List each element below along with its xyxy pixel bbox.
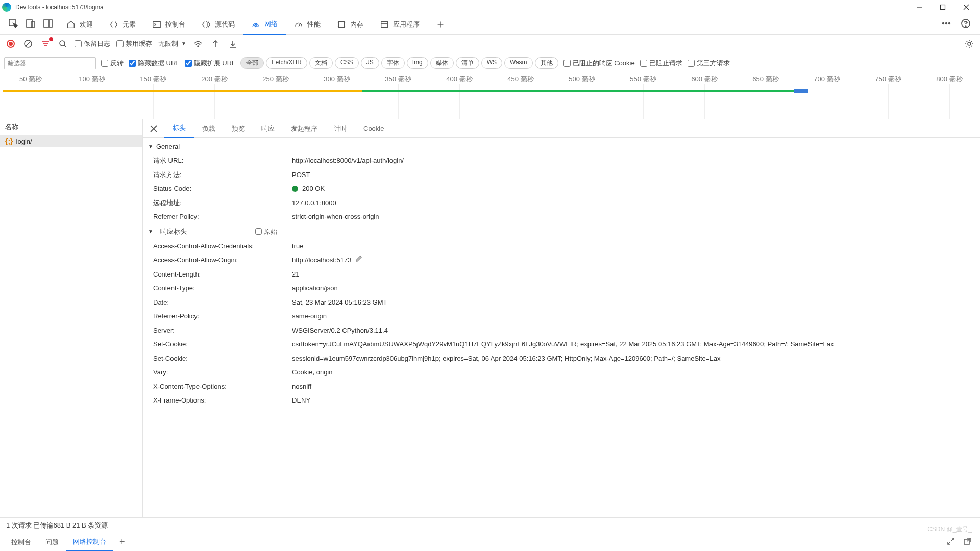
header-key: Referrer-Policy:	[153, 311, 292, 321]
pill-doc[interactable]: 文档	[309, 57, 333, 69]
header-key: Access-Control-Allow-Origin:	[153, 255, 292, 265]
svg-point-22	[946, 23, 947, 24]
detail-tab-preview[interactable]: 预览	[224, 119, 253, 138]
tab-add[interactable]	[428, 14, 453, 35]
settings-icon[interactable]	[964, 38, 975, 49]
invert-checkbox[interactable]: 反转	[101, 59, 124, 68]
third-party-checkbox[interactable]: 第三方请求	[688, 59, 730, 68]
section-general[interactable]: ▼General	[143, 140, 980, 154]
general-url-key: 请求 URL:	[153, 156, 292, 166]
header-value: csrftoken=yrJCuLmAYQAidimUSUWAXP5jWqdY29…	[292, 339, 980, 349]
panel-tabbar: 欢迎 元素 控制台 源代码 网络 性能 内存 应用程序	[0, 14, 980, 35]
pill-all[interactable]: 全部	[240, 57, 264, 69]
blocked-request-label: 已阻止请求	[649, 59, 682, 68]
timeline[interactable]: 50 毫秒100 毫秒150 毫秒200 毫秒250 毫秒300 毫秒350 毫…	[0, 73, 980, 119]
close-button[interactable]	[954, 0, 978, 14]
detail-tab-headers[interactable]: 标头	[164, 119, 194, 138]
tab-sources-label: 源代码	[215, 20, 235, 29]
svg-point-31	[60, 41, 65, 46]
tab-performance-label: 性能	[307, 20, 321, 29]
pill-font[interactable]: 字体	[381, 57, 405, 69]
tab-memory-label: 内存	[350, 20, 363, 29]
pill-js[interactable]: JS	[361, 57, 379, 69]
device-icon[interactable]	[26, 18, 36, 30]
blocked-cookie-checkbox[interactable]: 已阻止的响应 Cookie	[564, 59, 635, 68]
raw-checkbox[interactable]: 原始	[255, 227, 277, 236]
pill-other[interactable]: 其他	[535, 57, 558, 69]
detail-tabs: 标头 负载 预览 响应 发起程序 计时 Cookie	[143, 119, 980, 138]
disable-cache-checkbox[interactable]: 禁用缓存	[116, 39, 152, 48]
detail-tab-payload[interactable]: 负载	[194, 119, 224, 138]
detail-tab-response[interactable]: 响应	[253, 119, 283, 138]
hide-data-url-checkbox[interactable]: 隐藏数据 URL	[129, 59, 180, 68]
pill-wasm[interactable]: Wasm	[504, 57, 533, 69]
tab-performance[interactable]: 性能	[286, 14, 329, 35]
header-key: Vary:	[153, 367, 292, 378]
search-icon[interactable]	[57, 38, 68, 49]
filter-input[interactable]	[4, 57, 96, 69]
detail-tab-initiator[interactable]: 发起程序	[283, 119, 326, 138]
general-url-value: http://localhost:8000/v1/api-auth/login/	[292, 156, 980, 166]
upload-icon[interactable]	[210, 38, 221, 49]
general-method-key: 请求方法:	[153, 170, 292, 180]
request-item-login[interactable]: {;} login/	[0, 135, 142, 147]
watermark: CSDN @_壹号_	[927, 525, 972, 534]
general-method-value: POST	[292, 170, 980, 180]
wifi-icon[interactable]	[192, 38, 204, 49]
pill-img[interactable]: Img	[407, 57, 428, 69]
detail-tab-cookie[interactable]: Cookie	[355, 119, 392, 138]
blocked-request-checkbox[interactable]: 已阻止请求	[640, 59, 682, 68]
header-key: X-Content-Type-Options:	[153, 382, 292, 392]
svg-line-32	[64, 45, 66, 47]
minimize-button[interactable]	[908, 0, 931, 14]
pill-fetch[interactable]: Fetch/XHR	[266, 57, 307, 69]
tab-application[interactable]: 应用程序	[372, 14, 428, 35]
tab-console[interactable]: 控制台	[144, 14, 193, 35]
download-icon[interactable]	[227, 38, 238, 49]
timeline-end-bar	[794, 89, 808, 93]
header-value: same-origin	[292, 311, 980, 321]
drawer-tab-netconsole[interactable]: 网络控制台	[66, 533, 113, 552]
tab-elements[interactable]: 元素	[101, 14, 144, 35]
svg-point-37	[968, 42, 971, 45]
clear-button[interactable]	[22, 38, 34, 49]
drawer-tab-issues[interactable]: 问题	[38, 533, 66, 552]
close-detail-icon[interactable]	[147, 122, 160, 135]
maximize-button[interactable]	[931, 0, 954, 14]
tab-memory[interactable]: 内存	[329, 14, 372, 35]
tab-elements-label: 元素	[122, 20, 136, 29]
pill-ws[interactable]: WS	[481, 57, 502, 69]
edit-icon[interactable]	[355, 255, 362, 265]
section-response-headers[interactable]: ▼响应标头 原始	[143, 224, 980, 239]
preserve-log-label: 保留日志	[84, 39, 110, 48]
status-dot-icon	[292, 186, 298, 192]
header-key: Access-Control-Allow-Credentials:	[153, 241, 292, 252]
tab-console-label: 控制台	[165, 20, 185, 29]
third-party-label: 第三方请求	[697, 59, 730, 68]
inspect-icon[interactable]	[8, 18, 18, 30]
drawer-add-icon[interactable]: +	[113, 537, 131, 547]
pill-css[interactable]: CSS	[335, 57, 359, 69]
dock-icon[interactable]	[43, 18, 53, 30]
status-bar: 1 次请求 已传输681 B 21 B 条资源	[0, 517, 980, 533]
record-button[interactable]	[5, 38, 16, 49]
help-icon[interactable]	[961, 18, 971, 30]
tab-network[interactable]: 网络	[243, 14, 286, 35]
tab-sources[interactable]: 源代码	[193, 14, 243, 35]
filter-config-icon[interactable]	[40, 38, 51, 49]
throttle-select[interactable]: 无限制▼	[158, 39, 186, 48]
hide-ext-url-checkbox[interactable]: 隐藏扩展 URL	[185, 59, 236, 68]
detail-tab-timing[interactable]: 计时	[326, 119, 355, 138]
tab-welcome[interactable]: 欢迎	[58, 14, 101, 35]
invert-label: 反转	[110, 59, 124, 68]
drawer-tab-console[interactable]: 控制台	[4, 533, 38, 552]
general-refpol-key: Referrer Policy:	[153, 212, 292, 222]
more-icon[interactable]	[941, 18, 951, 30]
preserve-log-checkbox[interactable]: 保留日志	[75, 39, 110, 48]
popout-icon[interactable]	[963, 537, 972, 547]
pill-media[interactable]: 媒体	[430, 57, 454, 69]
expand-icon[interactable]	[946, 537, 955, 547]
pill-manifest[interactable]: 清单	[456, 57, 479, 69]
svg-line-27	[26, 41, 31, 46]
request-list: 名称 {;} login/	[0, 119, 143, 517]
